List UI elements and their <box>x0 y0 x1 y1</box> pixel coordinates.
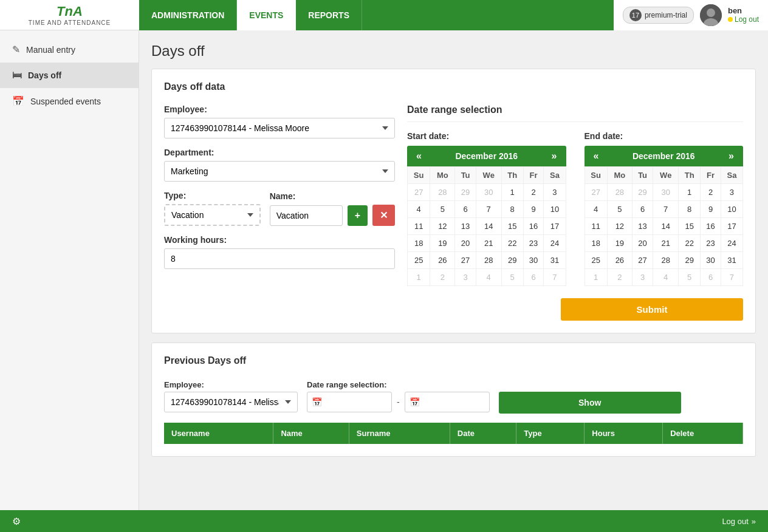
end-cal-day[interactable]: 25 <box>585 252 607 269</box>
nav-administration[interactable]: ADMINISTRATION <box>139 0 237 30</box>
start-cal-day[interactable]: 6 <box>455 201 476 218</box>
start-cal-day[interactable]: 31 <box>544 252 566 269</box>
employee-select[interactable]: 1274639901078144 - Melissa Moore <box>164 118 395 138</box>
end-cal-day[interactable]: 13 <box>632 218 653 235</box>
end-cal-day[interactable]: 10 <box>721 201 742 218</box>
start-cal-day[interactable]: 25 <box>408 252 430 269</box>
end-cal-day[interactable]: 12 <box>607 218 632 235</box>
footer-logout[interactable]: Log out » <box>722 517 756 526</box>
end-cal-day[interactable]: 5 <box>679 269 701 286</box>
end-cal-day[interactable]: 18 <box>585 235 607 252</box>
start-cal-day[interactable]: 29 <box>455 184 476 201</box>
start-cal-day[interactable]: 10 <box>544 201 566 218</box>
end-cal-day[interactable]: 8 <box>679 201 701 218</box>
end-cal-day[interactable]: 1 <box>585 269 607 286</box>
start-cal-day[interactable]: 21 <box>476 235 501 252</box>
start-cal-day[interactable]: 5 <box>501 269 523 286</box>
sidebar-item-days-off[interactable]: 🛏 Days off <box>0 63 139 88</box>
end-cal-day[interactable]: 24 <box>721 235 742 252</box>
end-cal-day[interactable]: 15 <box>679 218 701 235</box>
start-cal-day[interactable]: 19 <box>430 235 455 252</box>
end-cal-day[interactable]: 21 <box>653 235 679 252</box>
start-cal-day[interactable]: 27 <box>455 252 476 269</box>
prev-employee-select[interactable]: 1274639901078144 - Melissa Mo <box>164 392 298 412</box>
end-cal-day[interactable]: 30 <box>653 184 679 201</box>
end-cal-day[interactable]: 26 <box>607 252 632 269</box>
department-select[interactable]: Marketing Sales IT HR <box>164 161 395 182</box>
start-cal-day[interactable]: 3 <box>455 269 476 286</box>
start-cal-day[interactable]: 2 <box>430 269 455 286</box>
start-cal-day[interactable]: 11 <box>408 218 430 235</box>
end-cal-day[interactable]: 2 <box>701 184 721 201</box>
end-cal-day[interactable]: 27 <box>585 184 607 201</box>
end-cal-day[interactable]: 28 <box>607 184 632 201</box>
end-cal-day[interactable]: 20 <box>632 235 653 252</box>
start-cal-day[interactable]: 18 <box>408 235 430 252</box>
start-cal-prev[interactable]: « <box>413 151 425 162</box>
start-cal-day[interactable]: 20 <box>455 235 476 252</box>
start-cal-day[interactable]: 28 <box>476 252 501 269</box>
nav-events[interactable]: EVENTS <box>237 0 296 30</box>
nav-reports[interactable]: REPORTS <box>296 0 362 30</box>
end-cal-day[interactable]: 17 <box>721 218 742 235</box>
end-cal-prev[interactable]: « <box>591 151 602 162</box>
end-cal-day[interactable]: 28 <box>653 252 679 269</box>
start-cal-day[interactable]: 30 <box>476 184 501 201</box>
end-cal-day[interactable]: 29 <box>632 184 653 201</box>
remove-button[interactable]: ✕ <box>372 205 395 226</box>
start-cal-day[interactable]: 7 <box>476 201 501 218</box>
start-cal-day[interactable]: 2 <box>523 184 544 201</box>
start-cal-day[interactable]: 28 <box>430 184 455 201</box>
start-cal-day[interactable]: 23 <box>523 235 544 252</box>
end-cal-day[interactable]: 9 <box>701 201 721 218</box>
add-button[interactable]: + <box>348 205 368 226</box>
start-cal-day[interactable]: 4 <box>408 201 430 218</box>
start-cal-day[interactable]: 13 <box>455 218 476 235</box>
start-cal-day[interactable]: 15 <box>501 218 523 235</box>
end-cal-day[interactable]: 29 <box>679 252 701 269</box>
start-cal-day[interactable]: 14 <box>476 218 501 235</box>
end-cal-day[interactable]: 2 <box>607 269 632 286</box>
start-cal-day[interactable]: 16 <box>523 218 544 235</box>
start-cal-day[interactable]: 27 <box>408 184 430 201</box>
end-cal-day[interactable]: 4 <box>653 269 679 286</box>
end-cal-day[interactable]: 22 <box>679 235 701 252</box>
working-hours-input[interactable] <box>164 248 395 269</box>
start-cal-next[interactable]: » <box>549 151 560 162</box>
end-cal-day[interactable]: 16 <box>701 218 721 235</box>
sidebar-item-manual-entry[interactable]: ✎ Manual entry <box>0 36 139 63</box>
logout-link[interactable]: Log out <box>728 15 759 24</box>
start-cal-day[interactable]: 5 <box>430 201 455 218</box>
end-cal-day[interactable]: 14 <box>653 218 679 235</box>
start-cal-day[interactable]: 29 <box>501 252 523 269</box>
start-cal-day[interactable]: 26 <box>430 252 455 269</box>
end-cal-day[interactable]: 27 <box>632 252 653 269</box>
end-cal-day[interactable]: 6 <box>701 269 721 286</box>
name-input[interactable] <box>270 205 343 226</box>
end-cal-day[interactable]: 19 <box>607 235 632 252</box>
start-cal-day[interactable]: 17 <box>544 218 566 235</box>
end-cal-day[interactable]: 31 <box>721 252 742 269</box>
end-cal-day[interactable]: 7 <box>653 201 679 218</box>
end-cal-day[interactable]: 4 <box>585 201 607 218</box>
start-cal-day[interactable]: 6 <box>523 269 544 286</box>
start-cal-day[interactable]: 22 <box>501 235 523 252</box>
start-cal-day[interactable]: 1 <box>501 184 523 201</box>
end-cal-next[interactable]: » <box>725 151 737 162</box>
end-cal-day[interactable]: 11 <box>585 218 607 235</box>
start-cal-day[interactable]: 30 <box>523 252 544 269</box>
show-button[interactable]: Show <box>499 392 681 414</box>
type-select[interactable]: Vacation Sick Other <box>164 204 261 226</box>
end-cal-day[interactable]: 23 <box>701 235 721 252</box>
start-cal-day[interactable]: 12 <box>430 218 455 235</box>
submit-button[interactable]: Submit <box>561 298 743 321</box>
end-cal-day[interactable]: 7 <box>721 269 742 286</box>
end-cal-day[interactable]: 3 <box>632 269 653 286</box>
end-cal-day[interactable]: 5 <box>607 201 632 218</box>
start-cal-day[interactable]: 4 <box>476 269 501 286</box>
start-cal-day[interactable]: 24 <box>544 235 566 252</box>
end-cal-day[interactable]: 3 <box>721 184 742 201</box>
start-cal-day[interactable]: 9 <box>523 201 544 218</box>
start-cal-day[interactable]: 1 <box>408 269 430 286</box>
start-cal-day[interactable]: 7 <box>544 269 566 286</box>
